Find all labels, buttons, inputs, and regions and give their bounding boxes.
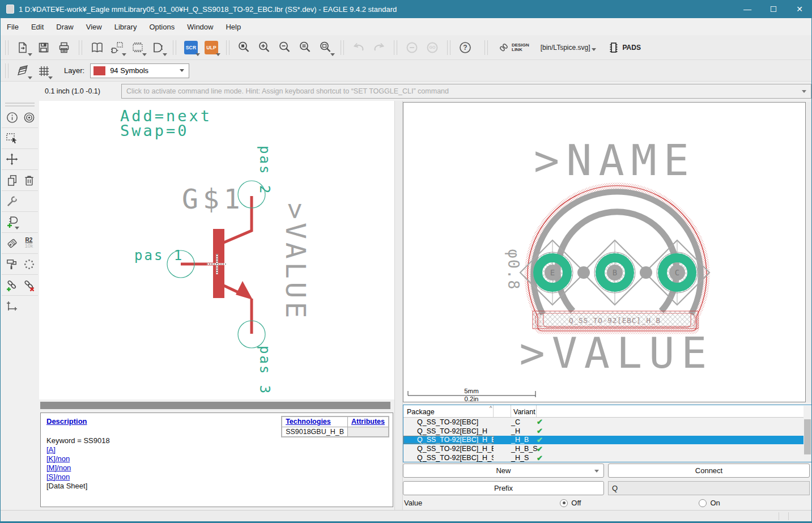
toolbar-grip[interactable] [394, 40, 397, 55]
toolbar-grip[interactable] [484, 40, 488, 55]
value-off-radio[interactable]: Off [560, 499, 581, 507]
edit-symbol-button[interactable] [107, 37, 127, 58]
keyword-text: Keyword = SS9018 [46, 436, 387, 445]
description-link[interactable]: Description [46, 417, 87, 426]
pads-export-button[interactable]: PADS [607, 41, 641, 54]
menu-help[interactable]: Help [219, 19, 247, 35]
package-preview-canvas[interactable]: >NAME Q_SS_TO-92[EBC]_H_B [403, 102, 806, 402]
redo-button[interactable] [369, 37, 389, 58]
minimize-button[interactable]: — [734, 0, 760, 18]
go-button[interactable]: GO [422, 37, 443, 58]
copy-tool[interactable] [3, 171, 20, 189]
move-tool[interactable] [3, 150, 20, 168]
layer-dropdown[interactable]: 94 Symbols [90, 63, 189, 78]
toolbar-grip[interactable] [226, 40, 229, 55]
table-row[interactable]: Q_SS_TO-92[EBC]_H_B_S _H_B_S ✔ [403, 444, 812, 453]
edit-package-button[interactable] [127, 37, 148, 58]
command-line-input[interactable]: Click to activate command line mode. Hin… [121, 84, 811, 99]
column-header-package[interactable]: Package [403, 405, 494, 417]
zoom-in-button[interactable] [254, 37, 275, 58]
symbol-editor-canvas[interactable]: Add=next Swap=0 G$1 >VALUE pas 1 pas 2 p… [39, 101, 394, 399]
library-book-button[interactable] [87, 37, 107, 58]
toolbar-grip[interactable] [5, 40, 8, 55]
toolbar-grip[interactable] [341, 40, 344, 55]
stop-button[interactable] [402, 37, 422, 58]
hscrollbar-thumb[interactable] [40, 402, 390, 409]
print-button[interactable] [54, 37, 74, 58]
menu-draw[interactable]: Draw [50, 19, 79, 35]
table-row[interactable]: Q_SS_TO-92[EBC] _C ✔ [403, 418, 812, 427]
delete-tool[interactable] [20, 171, 37, 189]
title-bar: 1 D:¥DATE¥E-work¥_Eagle mmLibrary05_01_0… [1, 0, 812, 18]
symbol-canvas-hscrollbar[interactable] [39, 399, 394, 411]
toolbar-grip[interactable] [173, 40, 176, 55]
sidebar-handle[interactable] [5, 105, 35, 107]
zoom-redraw-button[interactable] [316, 37, 336, 58]
column-header-variant[interactable]: Variant [511, 405, 537, 417]
table-row[interactable]: Q_SS_TO-92[EBC]_H_S _H_S ✔ [403, 453, 812, 462]
toolbar-grip[interactable] [5, 63, 8, 78]
change-tool[interactable] [3, 192, 20, 210]
run-ulp-button[interactable]: ULP [201, 37, 222, 58]
dropdown-caret-icon [15, 227, 19, 229]
table-vscrollbar[interactable] [804, 406, 811, 462]
layer-settings-button[interactable] [13, 61, 33, 81]
value-on-radio[interactable]: On [699, 499, 720, 507]
help-button[interactable]: ? [455, 37, 475, 58]
replace-tool[interactable] [20, 255, 37, 273]
value-tool[interactable]: R2 10k [20, 234, 37, 252]
toolbar-grip[interactable] [79, 40, 82, 55]
sidebar-handle[interactable] [5, 103, 35, 104]
menu-edit[interactable]: Edit [25, 19, 50, 35]
close-button[interactable]: ✕ [787, 0, 812, 18]
attributes-link[interactable]: Attributes [351, 418, 385, 426]
ltspice-export-button[interactable]: [bin/LTspice.svg] [541, 44, 596, 52]
grid-button[interactable] [33, 61, 54, 81]
link-s-non[interactable]: [S]/non [46, 473, 70, 481]
add-part-tool[interactable] [3, 213, 20, 231]
connect-button[interactable]: Connect [608, 464, 810, 478]
check-icon: ✔ [537, 427, 812, 435]
dimension-tool[interactable] [3, 297, 20, 315]
edit-device-button[interactable] [148, 37, 168, 58]
link-a[interactable]: [A] [46, 445, 56, 454]
menu-file[interactable]: File [1, 19, 25, 35]
paint-tool[interactable] [3, 255, 20, 273]
technologies-link[interactable]: Technologies [286, 418, 331, 426]
pad-b[interactable]: B [583, 240, 647, 305]
save-button[interactable] [33, 37, 54, 58]
zoom-select-button[interactable] [234, 37, 254, 58]
link-k-non[interactable]: [K]/non [46, 454, 70, 463]
new-package-button[interactable]: New [403, 464, 604, 478]
window-title: 1 D:¥DATE¥E-work¥_Eagle mmLibrary05_01_0… [19, 5, 397, 14]
menu-options[interactable]: Options [143, 19, 181, 35]
connect-pin-tool[interactable] [3, 276, 20, 294]
link-m-non[interactable]: [M]/non [46, 464, 71, 472]
run-script-button[interactable]: SCR [181, 37, 201, 58]
pane-splitter[interactable] [394, 101, 403, 510]
zoom-out-button[interactable] [275, 37, 295, 58]
table-row-selected[interactable]: Q_SS_TO-92[EBC]_H_B _H_B ✔ [403, 436, 812, 445]
design-link-button[interactable]: DESIGNLINK [498, 42, 529, 53]
prefix-button[interactable]: Prefix [403, 481, 604, 495]
name-tool[interactable] [3, 234, 20, 252]
zoom-fit-button[interactable] [295, 37, 316, 58]
info-tool[interactable] [3, 108, 20, 126]
maximize-button[interactable]: ☐ [760, 0, 787, 18]
table-row[interactable]: Q_SS_TO-92[EBC]_H _H ✔ [403, 427, 812, 436]
undo-button[interactable] [348, 37, 369, 58]
menu-view[interactable]: View [80, 19, 108, 35]
menu-library[interactable]: Library [108, 19, 143, 35]
vscrollbar-thumb[interactable] [804, 419, 811, 454]
disconnect-pin-tool[interactable] [20, 276, 37, 294]
pad-letter-b: B [613, 268, 617, 277]
silk-dot-left [577, 266, 590, 279]
dropdown-caret-icon [163, 53, 167, 56]
toolbar-grip[interactable] [447, 40, 450, 55]
show-tool[interactable] [20, 108, 37, 126]
menu-window[interactable]: Window [181, 19, 219, 35]
group-select-tool[interactable] [3, 129, 20, 147]
open-library-button[interactable] [13, 37, 33, 58]
pad-letter-c: C [675, 268, 679, 277]
prefix-value-field[interactable]: Q [608, 481, 810, 495]
